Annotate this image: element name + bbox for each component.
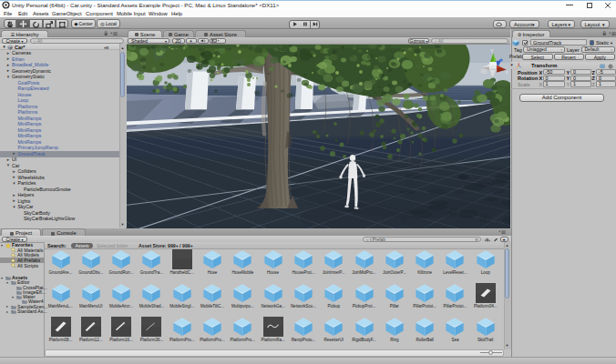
svg-text:Y: Y	[490, 47, 494, 53]
